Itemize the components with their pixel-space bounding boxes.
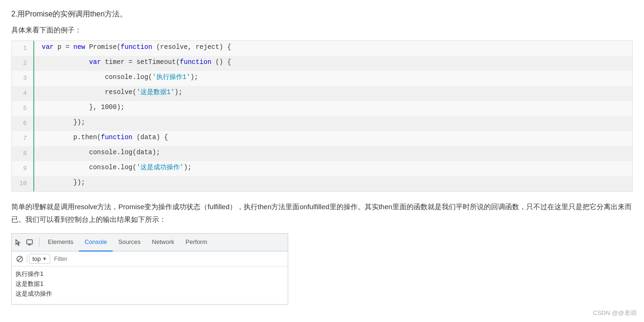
line-code: console.log('执行操作1');: [34, 71, 198, 86]
code-plain: );: [175, 88, 183, 96]
heading2: 具体来看下面的例子：: [11, 26, 633, 35]
code-plain: });: [42, 179, 85, 186]
block-icon[interactable]: [15, 254, 25, 264]
line-number: 5: [12, 101, 34, 116]
line-code: });: [34, 116, 85, 131]
line-number: 6: [12, 116, 34, 131]
keyword: function: [180, 58, 211, 66]
tab-elements[interactable]: Elements: [42, 234, 79, 251]
code-line: 5 }, 1000);: [12, 101, 632, 116]
code-block: 1var p = new Promise(function (resolve, …: [11, 40, 633, 192]
tab-sources[interactable]: Sources: [113, 234, 146, 251]
tab-perform[interactable]: Perform: [180, 234, 213, 251]
line-code: p.then(function (data) {: [34, 131, 168, 146]
output-line: 这是成功操作: [15, 289, 284, 299]
code-plain: Promise(: [85, 43, 121, 51]
toolbar-separator: [27, 255, 27, 263]
line-number: 10: [12, 176, 34, 191]
line-number: 4: [12, 86, 34, 101]
line-code: }, 1000);: [34, 101, 124, 116]
tab-divider: [39, 238, 39, 247]
top-label: top: [32, 255, 41, 262]
line-number: 7: [12, 131, 34, 146]
code-plain: );: [184, 164, 192, 171]
code-plain: p =: [54, 43, 73, 51]
paragraph: 简单的理解就是调用resolve方法，Promise变为操作成功状态（fulfi…: [11, 200, 633, 226]
code-plain: () {: [211, 58, 231, 66]
tab-console[interactable]: Console: [79, 234, 113, 251]
line-code: console.log(data);: [34, 146, 160, 161]
keyword: function: [121, 43, 152, 51]
tab-network[interactable]: Network: [146, 234, 180, 251]
code-plain: console.log(data);: [42, 149, 160, 156]
output-line: 执行操作1: [15, 269, 284, 279]
line-number: 1: [12, 41, 34, 56]
code-plain: console.log(: [42, 164, 137, 171]
code-plain: [42, 58, 89, 66]
code-line: 1var p = new Promise(function (resolve, …: [12, 41, 632, 56]
code-line: 9 console.log('这是成功操作');: [12, 161, 632, 176]
line-code: });: [34, 176, 85, 191]
output-line: 这是数据1: [15, 279, 284, 289]
code-line: 4 resolve('这是数据1');: [12, 86, 632, 101]
code-line: 8 console.log(data);: [12, 146, 632, 161]
keyword: new: [73, 43, 85, 51]
line-number: 2: [12, 56, 34, 71]
line-code: resolve('这是数据1');: [34, 86, 183, 101]
code-line: 3 console.log('执行操作1');: [12, 71, 632, 86]
line-code: var p = new Promise(function (resolve, r…: [34, 41, 231, 56]
devtools-panel: Elements Console Sources Network Perform…: [11, 233, 288, 305]
cursor-icon[interactable]: [14, 238, 23, 247]
line-code: var timer = setTimeout(function () {: [34, 56, 231, 71]
code-line: 6 });: [12, 116, 632, 131]
string-literal: '这是成功操作': [137, 164, 184, 171]
line-number: 8: [12, 146, 34, 161]
code-plain: resolve(: [42, 88, 137, 96]
code-plain: );: [190, 73, 198, 81]
code-plain: (resolve, reject) {: [152, 43, 231, 51]
footer-text: CSDN @@老胡: [593, 309, 636, 317]
dropdown-arrow: ▼: [42, 256, 47, 261]
code-line: 10 });: [12, 176, 632, 191]
keyword: var: [42, 43, 54, 51]
svg-line-4: [18, 257, 22, 261]
code-line: 2 var timer = setTimeout(function () {: [12, 56, 632, 71]
line-number: 9: [12, 161, 34, 176]
heading1: 2.用Promise的实例调用then方法。: [11, 9, 633, 19]
string-literal: '执行操作1': [152, 73, 190, 81]
line-code: console.log('这是成功操作');: [34, 161, 192, 176]
code-line: 7 p.then(function (data) {: [12, 131, 632, 146]
top-selector[interactable]: top ▼: [29, 254, 50, 264]
code-plain: }, 1000);: [42, 103, 124, 111]
code-plain: p.then(: [42, 134, 101, 141]
devtools-toolbar: top ▼: [12, 251, 288, 267]
code-plain: console.log(: [42, 73, 152, 81]
devtools-output: 执行操作1这是数据1这是成功操作: [12, 267, 288, 304]
inspect-icon[interactable]: [25, 238, 34, 247]
devtools-tabs-bar: Elements Console Sources Network Perform: [12, 234, 288, 251]
line-number: 3: [12, 71, 34, 86]
code-plain: (data) {: [132, 134, 168, 141]
filter-input[interactable]: [54, 255, 285, 262]
string-literal: '这是数据1': [137, 88, 175, 96]
svg-rect-0: [27, 240, 32, 244]
code-plain: timer = setTimeout(: [101, 58, 180, 66]
keyword: function: [101, 134, 132, 141]
code-plain: });: [42, 118, 85, 126]
keyword: var: [89, 58, 101, 66]
